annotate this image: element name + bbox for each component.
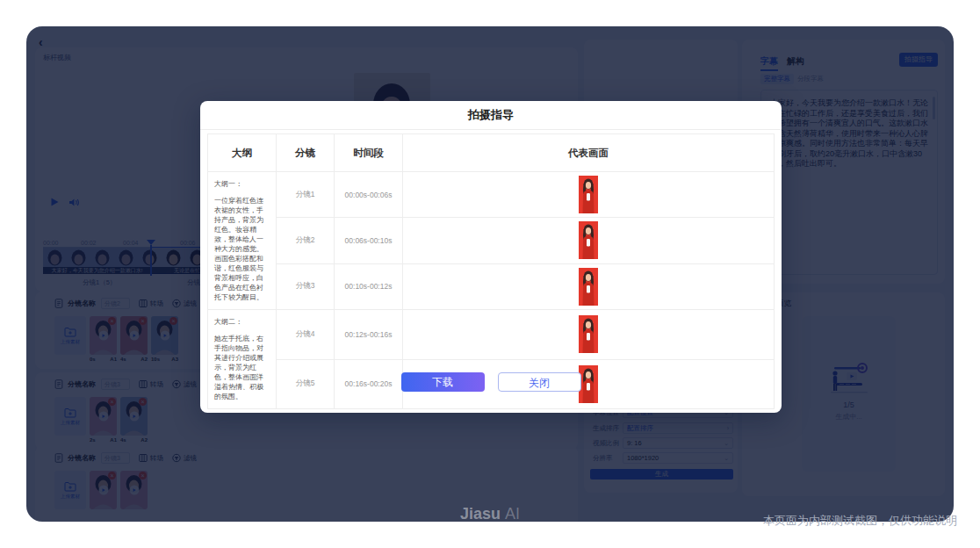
col-header-time: 时间段 <box>335 134 403 172</box>
time-cell: 00:00s-00:06s <box>335 172 403 218</box>
table-row: 分镜3 00:10s-00:12s <box>208 263 775 309</box>
shot-cell: 分镜4 <box>277 310 335 360</box>
outline-cell: 大纲二： 她左手托底，右手指向物品，对其进行介绍或展示，背景为红色，整体画面洋溢… <box>208 310 277 409</box>
download-button[interactable]: 下载 <box>401 372 485 392</box>
frame-cell <box>403 218 775 263</box>
col-header-outline: 大纲 <box>208 134 277 172</box>
time-cell: 00:12s-00:16s <box>335 310 403 360</box>
shot-cell: 分镜3 <box>277 263 335 309</box>
time-cell: 00:06s-00:10s <box>335 218 403 263</box>
shooting-guide-table: 大纲 分镜 时间段 代表画面 大纲一： 一位穿着红色连衣裙的女性，手持产品，背景… <box>207 133 775 409</box>
close-button[interactable]: 关闭 <box>498 372 581 392</box>
modal-title: 拍摄指导 <box>200 101 782 130</box>
table-row: 大纲二： 她左手托底，右手指向物品，对其进行介绍或展示，背景为红色，整体画面洋溢… <box>208 310 775 360</box>
frame-cell <box>403 263 775 309</box>
representative-frame-image <box>579 221 598 259</box>
col-header-frame: 代表画面 <box>403 134 775 172</box>
table-row: 分镜2 00:06s-00:10s <box>208 218 775 263</box>
table-header-row: 大纲 分镜 时间段 代表画面 <box>208 134 775 172</box>
col-header-shot: 分镜 <box>277 134 335 172</box>
representative-frame-image <box>579 315 598 353</box>
shooting-guide-modal: 拍摄指导 大纲 分镜 时间段 代表画面 大纲一： 一位穿着红色连衣裙的女性，手持… <box>200 101 782 413</box>
representative-frame-image <box>579 268 598 306</box>
brand-logo: JiasuAI <box>460 505 520 523</box>
shot-cell: 分镜2 <box>277 218 335 263</box>
time-cell: 00:10s-00:12s <box>335 263 403 309</box>
frame-cell <box>403 310 775 360</box>
table-row: 大纲一： 一位穿着红色连衣裙的女性，手持产品，背景为红色。妆容精致，整体给人一种… <box>208 172 775 218</box>
outline-cell: 大纲一： 一位穿着红色连衣裙的女性，手持产品，背景为红色。妆容精致，整体给人一种… <box>208 172 277 310</box>
disclaimer-text: 本页面为内部测试截图，仅供功能说明 <box>763 513 957 529</box>
frame-cell <box>403 172 775 218</box>
representative-frame-image <box>579 176 598 213</box>
screenshot-root: ‹ 标杆视频 00:00 00:02 00:04 00:06 大家好，今天我要为… <box>0 0 980 548</box>
shot-cell: 分镜1 <box>277 172 335 218</box>
